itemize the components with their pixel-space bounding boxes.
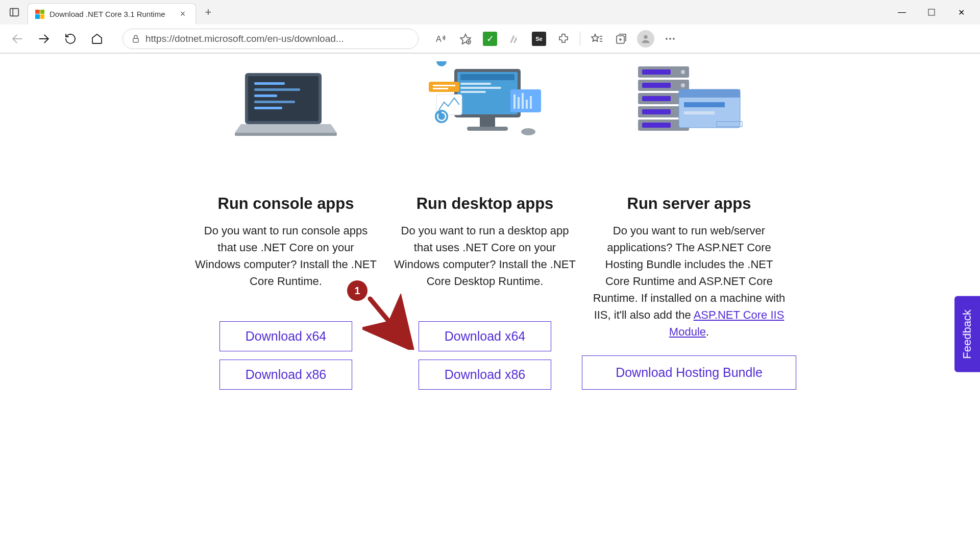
svg-marker-29 bbox=[235, 124, 337, 133]
svg-rect-50 bbox=[530, 96, 532, 109]
back-button[interactable] bbox=[6, 28, 29, 50]
svg-rect-5 bbox=[133, 38, 139, 42]
desktop-desc: Do you want to run a desktop app that us… bbox=[393, 222, 577, 290]
svg-point-18 bbox=[644, 35, 647, 38]
extension-check-button[interactable]: ✓ bbox=[479, 28, 501, 50]
maximize-button[interactable] bbox=[917, 2, 946, 22]
svg-point-54 bbox=[681, 70, 685, 74]
tab-close-button[interactable]: × bbox=[177, 9, 188, 20]
svg-rect-59 bbox=[642, 96, 671, 101]
svg-point-19 bbox=[666, 38, 668, 40]
svg-rect-2 bbox=[928, 9, 935, 15]
microsoft-logo-icon bbox=[35, 10, 44, 19]
svg-marker-11 bbox=[592, 34, 599, 41]
svg-rect-68 bbox=[679, 89, 740, 98]
lock-icon bbox=[131, 34, 140, 43]
profile-button[interactable] bbox=[634, 28, 657, 50]
svg-point-51 bbox=[521, 128, 535, 135]
desktop-heading: Run desktop apps bbox=[393, 195, 577, 213]
svg-rect-56 bbox=[642, 83, 671, 88]
svg-rect-40 bbox=[433, 85, 455, 86]
tab-strip: Download .NET Core 3.1 Runtime × + — ✕ bbox=[0, 0, 980, 25]
avatar-icon bbox=[637, 30, 654, 47]
svg-rect-70 bbox=[684, 111, 715, 114]
svg-rect-38 bbox=[467, 127, 508, 131]
browser-tab[interactable]: Download .NET Core 3.1 Runtime × bbox=[28, 3, 196, 25]
svg-point-57 bbox=[681, 83, 685, 87]
svg-rect-39 bbox=[429, 82, 459, 92]
collections-button[interactable] bbox=[610, 28, 632, 50]
desktop-illustration bbox=[393, 59, 577, 146]
favorites-list-button[interactable] bbox=[585, 28, 608, 50]
svg-rect-47 bbox=[518, 97, 520, 109]
svg-rect-41 bbox=[433, 88, 448, 89]
tab-title: Download .NET Core 3.1 Runtime bbox=[50, 10, 172, 18]
page-viewport[interactable]: Run console apps Do you want to run cons… bbox=[0, 54, 980, 548]
console-illustration bbox=[194, 59, 378, 146]
minimize-button[interactable]: — bbox=[887, 2, 917, 22]
favorites-button[interactable] bbox=[454, 28, 477, 50]
console-download-x86-button[interactable]: Download x86 bbox=[219, 360, 352, 390]
svg-rect-24 bbox=[254, 82, 285, 85]
content: Run console apps Do you want to run cons… bbox=[184, 54, 796, 451]
svg-rect-36 bbox=[460, 91, 486, 93]
svg-rect-53 bbox=[642, 69, 671, 75]
svg-rect-27 bbox=[254, 101, 295, 103]
new-tab-button[interactable]: + bbox=[199, 3, 217, 21]
more-options-button[interactable] bbox=[659, 28, 681, 50]
svg-point-21 bbox=[673, 38, 675, 40]
svg-rect-28 bbox=[254, 107, 282, 109]
svg-rect-34 bbox=[460, 83, 491, 85]
read-aloud-button[interactable]: A bbox=[430, 28, 452, 50]
svg-point-43 bbox=[436, 61, 447, 66]
server-desc: Do you want to run web/server applicatio… bbox=[592, 222, 786, 340]
svg-rect-69 bbox=[684, 102, 725, 107]
refresh-button[interactable] bbox=[59, 28, 82, 50]
console-desc: Do you want to run console apps that use… bbox=[194, 222, 378, 290]
window-controls: — ✕ bbox=[887, 2, 976, 22]
toolbar-right: A ✓ Se bbox=[430, 28, 681, 50]
svg-rect-37 bbox=[480, 117, 495, 127]
server-illustration bbox=[592, 59, 786, 146]
svg-rect-30 bbox=[235, 133, 337, 136]
browser-toolbar: https://dotnet.microsoft.com/en-us/downl… bbox=[0, 25, 980, 53]
annotation-badge-1: 1 bbox=[347, 280, 368, 301]
selenium-extension-button[interactable]: Se bbox=[528, 28, 550, 50]
console-download-x64-button[interactable]: Download x64 bbox=[219, 321, 352, 351]
annotation-arrow-icon bbox=[362, 294, 419, 350]
svg-rect-0 bbox=[10, 9, 19, 16]
column-desktop: Run desktop apps Do you want to run a de… bbox=[393, 59, 577, 390]
desktop-download-x64-button[interactable]: Download x64 bbox=[419, 321, 551, 351]
browser-chrome: Download .NET Core 3.1 Runtime × + — ✕ h… bbox=[0, 0, 980, 54]
server-heading: Run server apps bbox=[592, 195, 786, 213]
extension-wing-button[interactable] bbox=[503, 28, 526, 50]
tab-actions-button[interactable] bbox=[4, 2, 24, 22]
svg-rect-33 bbox=[460, 74, 514, 80]
desktop-download-x86-button[interactable]: Download x86 bbox=[419, 360, 551, 390]
svg-rect-62 bbox=[642, 109, 671, 114]
address-bar[interactable]: https://dotnet.microsoft.com/en-us/downl… bbox=[122, 29, 419, 49]
home-button[interactable] bbox=[86, 28, 108, 50]
window-close-button[interactable]: ✕ bbox=[946, 2, 976, 22]
svg-rect-35 bbox=[460, 87, 501, 89]
svg-rect-48 bbox=[522, 93, 524, 109]
svg-rect-49 bbox=[526, 100, 528, 109]
separator bbox=[580, 32, 580, 46]
svg-rect-46 bbox=[513, 94, 516, 109]
column-console: Run console apps Do you want to run cons… bbox=[194, 59, 378, 390]
forward-button[interactable] bbox=[33, 28, 55, 50]
feedback-button[interactable]: Feedback bbox=[954, 296, 980, 372]
svg-rect-65 bbox=[642, 123, 671, 128]
server-download-hosting-bundle-button[interactable]: Download Hosting Bundle bbox=[582, 355, 796, 390]
svg-point-20 bbox=[669, 38, 671, 40]
extensions-button[interactable] bbox=[552, 28, 575, 50]
svg-rect-26 bbox=[254, 94, 277, 97]
column-server: Run server apps Do you want to run web/s… bbox=[592, 59, 786, 390]
svg-rect-25 bbox=[254, 88, 300, 91]
console-heading: Run console apps bbox=[194, 195, 378, 213]
url-text: https://dotnet.microsoft.com/en-us/downl… bbox=[145, 33, 410, 44]
svg-text:A: A bbox=[436, 35, 442, 43]
